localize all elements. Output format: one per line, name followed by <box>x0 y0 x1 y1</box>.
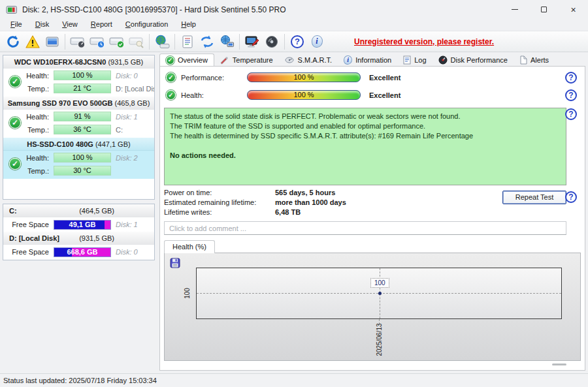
sync-button[interactable] <box>197 33 217 51</box>
app-window: Disk: 2, HS-SSD-C100 480G [30016995370] … <box>0 0 588 387</box>
drive-letter: D: [Local Disk <box>116 82 155 95</box>
ok-status-icon: ✓ <box>166 90 176 100</box>
speaker-icon <box>265 35 279 49</box>
tab-label: Information <box>355 56 391 64</box>
partition-name: C: <box>9 204 17 217</box>
temp-label: Temp.: <box>20 164 49 178</box>
data-point <box>378 292 382 295</box>
health-label: Health: <box>20 151 49 164</box>
unregistered-notice-link[interactable]: Unregistered version, please register. <box>354 37 494 46</box>
free-space-value: 668,6 GB <box>54 248 110 256</box>
health-chart-panel: 100 100 2025/06/13 <box>164 253 581 361</box>
tab-smart[interactable]: S.M.A.R.T. <box>279 54 338 66</box>
temp-value-bar: 21 °C <box>54 84 111 93</box>
chart-tab-health[interactable]: Health (%) <box>164 240 215 253</box>
health-bar: 100 % <box>247 90 361 100</box>
disk-index: Disk: 1 <box>116 219 138 230</box>
tab-label: Disk Performance <box>451 56 508 64</box>
maximize-button[interactable] <box>529 0 559 19</box>
help-icon[interactable]: ? <box>565 89 577 101</box>
tab-temperature[interactable]: Temperature <box>214 54 279 66</box>
minimize-button[interactable] <box>500 0 529 19</box>
performance-gauge-icon <box>438 55 448 65</box>
help-button[interactable]: ? <box>287 33 307 51</box>
disk-performance-button[interactable] <box>68 33 88 51</box>
disk-body: ✓ Health: 91 % Disk: 1 Temp.: 36 °C C: <box>3 110 154 137</box>
about-button[interactable]: i <box>307 33 327 51</box>
network-button[interactable] <box>217 33 237 51</box>
x-axis-tick: 2025/06/13 <box>372 320 385 359</box>
smart-icon <box>285 56 295 64</box>
toolbar-separator <box>239 34 240 50</box>
health-label: Health: <box>181 88 204 102</box>
partition-size: (464,5 GB) <box>79 204 114 217</box>
menu-configuration[interactable]: Configuration <box>119 19 174 31</box>
stat-lifetime-writes: Lifetime writes:6,48 TB <box>164 208 301 217</box>
temp-label: Temp.: <box>20 82 49 95</box>
disk-entry-2-selected[interactable]: HS-SSD-C100 480G (447,1 GB) ✓ Health: 10… <box>3 138 154 179</box>
help-icon: ? <box>291 35 304 48</box>
disk-index: Disk: 0 <box>116 246 138 258</box>
tab-overview[interactable]: ✓Overview <box>159 54 214 66</box>
window-controls: × <box>500 0 588 19</box>
maximize-icon <box>541 7 547 12</box>
sound-settings-button[interactable] <box>262 33 282 51</box>
toolbar: ? i Unregistered version, please registe… <box>0 31 588 52</box>
save-chart-button[interactable] <box>169 256 182 270</box>
repeat-test-button[interactable]: Repeat Test <box>502 191 566 204</box>
free-space-value: 49,1 GB <box>54 221 110 229</box>
disk-entry-1[interactable]: Samsung SSD 970 EVO 500GB (465,8 GB) ✓ H… <box>3 97 154 138</box>
network-globe-icon <box>219 35 235 49</box>
menu-disk[interactable]: Disk <box>29 19 56 31</box>
tab-label: Temperature <box>233 56 273 64</box>
online-disk-info-button[interactable] <box>152 33 172 51</box>
monitor-pen-icon <box>244 35 260 49</box>
horizontal-scrollbar-handle[interactable] <box>552 364 566 365</box>
menubar: File Disk View Report Configuration Help <box>0 19 588 31</box>
window-title: Disk: 2, HS-SSD-C100 480G [30016995370] … <box>22 5 286 14</box>
status-bar-text: Status last updated: 2025/07/18 Friday 1… <box>3 377 157 384</box>
tab-disk-performance[interactable]: Disk Performance <box>433 54 514 66</box>
detect-disks-button[interactable] <box>42 33 62 51</box>
refresh-icon <box>6 35 20 49</box>
status-line-actions: No actions needed. <box>170 151 561 161</box>
help-icon[interactable]: ? <box>565 72 577 84</box>
tab-information[interactable]: iInformation <box>338 54 397 66</box>
disk-status-button[interactable] <box>107 33 127 51</box>
comment-input[interactable] <box>164 221 566 235</box>
partition-entry-d[interactable]: D: [Local Disk](931,5 GB) Free Space 668… <box>3 232 154 259</box>
sidebar: WDC WD10EFRX-68JCSN0 (931,5 GB) ✓ Health… <box>3 55 155 200</box>
warning-report-button[interactable] <box>23 33 42 51</box>
disk-index: Disk: 1 <box>116 110 138 123</box>
tab-label: Overview <box>178 56 208 64</box>
partition-name: D: [Local Disk] <box>9 232 59 244</box>
menu-help[interactable]: Help <box>174 19 203 31</box>
menu-report[interactable]: Report <box>84 19 119 31</box>
stat-value: more than 1000 days <box>275 198 346 206</box>
close-button[interactable]: × <box>559 0 588 19</box>
disk-history-button[interactable] <box>88 33 107 51</box>
report-button[interactable] <box>178 33 197 51</box>
tab-log[interactable]: Log <box>397 54 432 66</box>
warning-icon <box>25 35 40 49</box>
tab-alerts[interactable]: Alerts <box>514 54 555 66</box>
report-icon <box>181 35 194 49</box>
help-icon[interactable]: ? <box>565 191 577 203</box>
toolbar-separator <box>149 34 150 50</box>
disk-entry-0[interactable]: WDC WD10EFRX-68JCSN0 (931,5 GB) ✓ Health… <box>3 55 154 97</box>
refresh-button[interactable] <box>3 33 23 51</box>
disk-size: (931,5 GB) <box>108 58 143 66</box>
health-label: Health: <box>20 69 49 82</box>
menu-view[interactable]: View <box>56 19 84 31</box>
menu-file[interactable]: File <box>4 19 29 31</box>
help-icon[interactable]: ? <box>565 108 577 120</box>
health-row: ✓ Health: 100 % Excellent ? <box>160 88 585 104</box>
status-line: The TRIM feature of the SSD is supported… <box>170 121 561 131</box>
disk-list: WDC WD10EFRX-68JCSN0 (931,5 GB) ✓ Health… <box>3 55 155 200</box>
disk-header: Samsung SSD 970 EVO 500GB (465,8 GB) <box>3 97 154 110</box>
disk-clock-icon <box>90 35 105 49</box>
hardware-test-button[interactable] <box>242 33 262 51</box>
free-space-label: Free Space <box>3 246 49 258</box>
partition-entry-c[interactable]: C:(464,5 GB) Free Space 49,1 GB Disk: 1 <box>3 204 154 232</box>
disk-surface-test-button[interactable] <box>127 33 146 51</box>
